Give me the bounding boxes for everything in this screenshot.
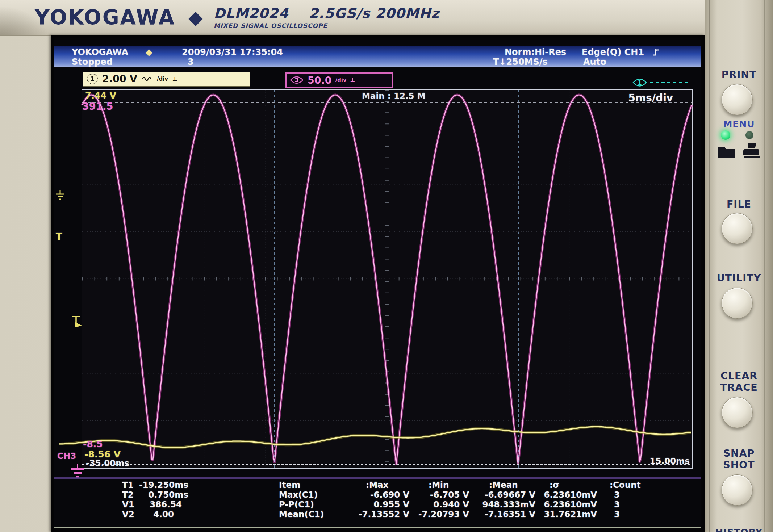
lcd-display: YOKOGAWA ◆ 2009/03/31 17:35:04 Stopped 3…	[54, 40, 701, 528]
stat-count: 3	[614, 490, 620, 499]
printer-icon[interactable]	[743, 142, 761, 159]
ch1-scale-badge: 1 2.00 V /div ⊥	[83, 72, 250, 87]
display-eye-icon: 1	[632, 78, 648, 88]
oscilloscope-device: YOKOGAWA ◆ DLM2024 2.5GS/s 200MHz MIXED …	[0, 0, 773, 532]
folder-icon[interactable]	[716, 143, 737, 159]
ch1-unit-label: /div	[157, 76, 168, 82]
sample-rate: T↓250MS/s	[493, 57, 548, 67]
stat-count: 3	[614, 500, 620, 509]
display-eye-row: 1	[632, 78, 690, 88]
cursor-value: 386.54	[127, 500, 182, 509]
zoom-window-dashes	[650, 82, 690, 83]
svg-text:3: 3	[294, 77, 298, 84]
trigger-mode: Auto	[583, 57, 606, 67]
cursor-v1-line[interactable]	[82, 102, 692, 103]
ch3-unit-label: /div	[335, 77, 347, 83]
timebase-label: 5ms/div	[628, 92, 673, 104]
ch3-bottom-scale-label: -8.5	[83, 439, 103, 449]
stat-min: -6.705 V	[400, 490, 469, 499]
utility-label: UTILITY	[705, 272, 773, 284]
datetime-display: 2009/03/31 17:35:04	[182, 47, 283, 57]
waveform-canvas	[82, 90, 692, 468]
control-panel: PRINT MENU FILE UTILITY CLEAR TRACE SNAP…	[705, 0, 773, 532]
record-length-label: Main : 12.5 M	[362, 91, 426, 101]
statusbar-brand: YOKOGAWA	[72, 47, 128, 57]
ch1-bottom-scale-label: -8.56 V	[84, 449, 121, 460]
cursor-value: 4.00	[127, 510, 174, 519]
ch3-probe-icon: ⊥	[350, 77, 355, 83]
acquisition-state: Stopped	[72, 57, 113, 67]
menu-led-off-icon	[745, 131, 753, 139]
ch1-probe-icon: ⊥	[172, 76, 177, 82]
model-block: DLM2024 2.5GS/s 200MHz MIXED SIGNAL OSCI…	[214, 5, 439, 29]
file-button[interactable]	[722, 213, 753, 244]
ch3-scale-badge: 3 50.0 /div ⊥	[285, 72, 393, 88]
stat-item: P-P(C1)	[279, 500, 314, 509]
graticule: 7.44 V 391.5 Main : 12.5 M 5ms/div -8.5 …	[82, 89, 693, 469]
status-bar: YOKOGAWA ◆ 2009/03/31 17:35:04 Stopped 3…	[54, 46, 701, 67]
stat-max: -7.13552 V	[340, 510, 409, 519]
ch1-number-icon: 1	[87, 74, 98, 84]
ch3-top-scale-label: 391.5	[82, 101, 113, 112]
clear-trace-button[interactable]	[722, 397, 753, 428]
col-header-min: :Min	[429, 480, 449, 490]
stat-item: Max(C1)	[279, 490, 318, 499]
model-number: DLM2024	[214, 5, 288, 21]
utility-button[interactable]	[722, 288, 753, 319]
stat-sigma: 6.23610mV	[525, 490, 597, 499]
record-mode: Norm:Hi-Res	[505, 47, 566, 57]
model-subtitle: MIXED SIGNAL OSCILLOSCOPE	[214, 22, 439, 29]
file-label: FILE	[705, 198, 773, 210]
stat-max: -6.690 V	[340, 490, 409, 499]
cursor-value: -19.250ms	[127, 480, 188, 490]
time-right-label: 15.00ms	[650, 456, 690, 466]
trigger-edge-icon	[651, 47, 661, 57]
trigger-t-marker[interactable]: T	[56, 231, 62, 242]
trigger-level-icon[interactable]	[71, 315, 83, 328]
col-header-sigma: :σ	[550, 480, 559, 490]
clear-trace-label-line1: CLEAR	[705, 370, 773, 381]
print-button[interactable]	[722, 84, 753, 115]
stat-min: 0.940 V	[400, 500, 469, 509]
ch1-ground-icon	[55, 190, 65, 201]
stat-count: 3	[614, 510, 620, 519]
history-label-clipped: HISTORY	[705, 527, 773, 532]
time-left-label: -35.00ms	[86, 458, 129, 468]
trigger-source: Edge(Q) CH1	[582, 47, 644, 57]
ch1-top-scale-label: 7.44 V	[85, 91, 116, 101]
screen-bezel: YOKOGAWA ◆ 2009/03/31 17:35:04 Stopped 3…	[51, 35, 705, 532]
stat-sigma: 6.23610mV	[525, 500, 597, 509]
svg-text:1: 1	[638, 79, 642, 86]
ch3-marker-label: CH3	[57, 451, 76, 461]
cursor-t1-line[interactable]	[274, 90, 275, 468]
menu-label: MENU	[705, 119, 773, 129]
ch1-scale-value: 2.00 V	[102, 73, 137, 84]
snap-shot-button[interactable]	[722, 474, 753, 506]
stat-sigma: 31.7621mV	[525, 510, 597, 519]
col-header-item: Item	[279, 480, 300, 490]
col-header-max: :Max	[366, 480, 388, 490]
acquisition-count: 3	[188, 57, 194, 67]
cursor-t2-line[interactable]	[518, 90, 519, 468]
snap-shot-label-line2: SHOT	[705, 459, 773, 470]
print-label: PRINT	[705, 69, 773, 80]
col-header-count: :Count	[610, 480, 641, 490]
col-header-mean: :Mean	[489, 480, 518, 490]
top-bezel: YOKOGAWA ◆ DLM2024 2.5GS/s 200MHz MIXED …	[0, 0, 773, 36]
brand-logo: YOKOGAWA	[35, 5, 175, 29]
ch3-scale-value: 50.0	[308, 75, 332, 86]
statusbar-diamond-icon: ◆	[146, 47, 152, 57]
stat-min: -7.20793 V	[400, 510, 469, 519]
snap-shot-label-line1: SNAP	[705, 448, 773, 459]
ch3-eye-icon: 3	[289, 75, 304, 85]
brand-diamond-icon: ◆	[188, 7, 203, 28]
cursor-v2-line[interactable]	[82, 464, 692, 465]
ac-coupling-icon	[142, 76, 152, 82]
clear-trace-label-line2: TRACE	[705, 382, 773, 393]
menu-led-on-icon	[721, 130, 730, 140]
model-specs: 2.5GS/s 200MHz	[309, 5, 439, 21]
measure-separator	[54, 477, 701, 479]
stat-max: 0.955 V	[340, 500, 409, 509]
cursor-value: 0.750ms	[127, 490, 188, 499]
stat-item: Mean(C1)	[279, 510, 324, 519]
